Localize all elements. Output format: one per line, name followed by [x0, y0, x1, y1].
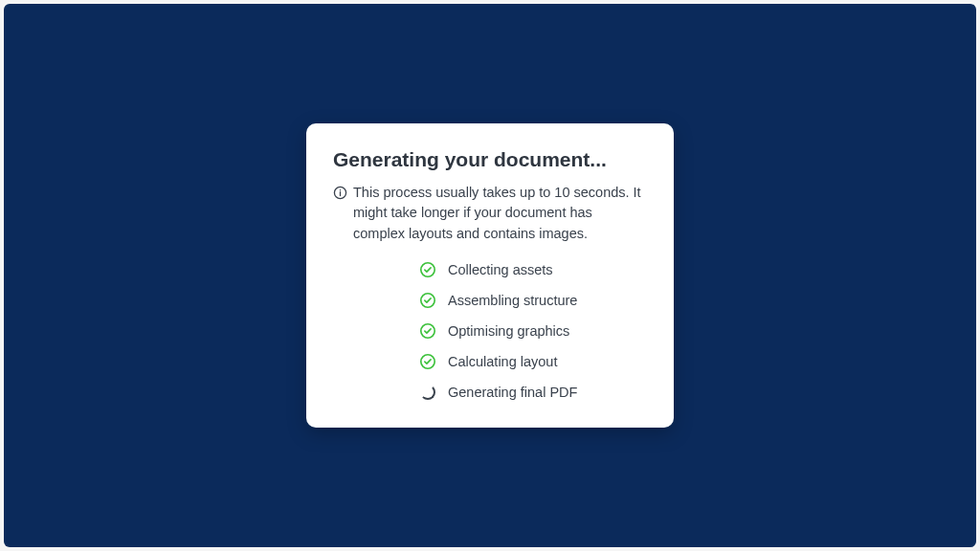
modal-backdrop: Generating your document... This process… — [4, 4, 976, 547]
progress-step: Optimising graphics — [419, 322, 647, 340]
step-label: Assembling structure — [448, 293, 577, 308]
check-circle-icon — [419, 292, 436, 309]
svg-point-1 — [340, 189, 342, 191]
step-label: Calculating layout — [448, 354, 557, 369]
check-circle-icon — [419, 261, 436, 278]
dialog-title: Generating your document... — [333, 148, 647, 171]
progress-step: Calculating layout — [419, 353, 647, 370]
step-label: Optimising graphics — [448, 323, 569, 339]
spinner-icon — [419, 384, 436, 401]
step-label: Generating final PDF — [448, 385, 577, 400]
progress-step: Assembling structure — [419, 292, 647, 309]
progress-step: Collecting assets — [419, 261, 647, 278]
info-text: This process usually takes up to 10 seco… — [353, 183, 647, 243]
step-label: Collecting assets — [448, 262, 553, 277]
check-circle-icon — [419, 353, 436, 370]
progress-steps: Collecting assets Assembling structure — [333, 261, 647, 401]
info-icon — [333, 186, 347, 200]
progress-step: Generating final PDF — [419, 384, 647, 401]
info-message: This process usually takes up to 10 seco… — [333, 183, 647, 243]
check-circle-icon — [419, 322, 436, 340]
progress-dialog: Generating your document... This process… — [306, 123, 674, 427]
